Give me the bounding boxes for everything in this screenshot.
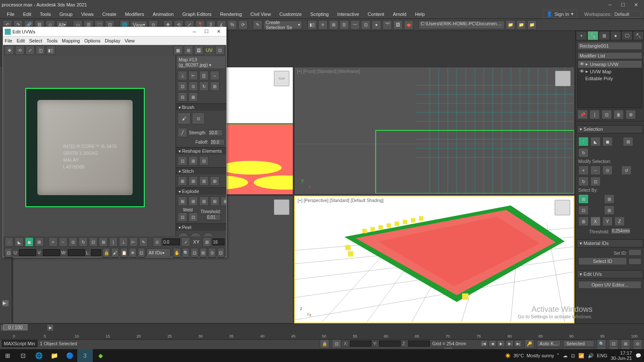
menu-rendering[interactable]: Rendering — [216, 11, 246, 18]
explode-2[interactable]: ⊞ — [188, 196, 198, 206]
select-smooth-button[interactable]: ⊞ — [604, 205, 614, 215]
reshape-2[interactable]: ⊞ — [188, 156, 198, 166]
folder-2-button[interactable]: 📁 — [516, 20, 526, 30]
quick-transform-9[interactable]: ⊟ — [178, 92, 187, 102]
select-axis-grid[interactable]: ⊞ — [578, 217, 589, 226]
utilities-tab[interactable]: 🔨 — [633, 31, 644, 40]
uvw-tiles-input[interactable] — [213, 238, 225, 245]
quick-transform-10[interactable]: ⊠ — [188, 92, 198, 102]
grow-button[interactable]: + — [578, 166, 589, 175]
uvw-sel-9[interactable]: ⊢ — [129, 237, 138, 247]
schematic-button[interactable]: ⊡ — [361, 20, 371, 30]
open-uv-editor-button[interactable]: Open UV Editor... — [578, 281, 641, 289]
coord-x-input[interactable] — [350, 341, 371, 347]
quick-transform-1[interactable]: ⊥ — [178, 71, 187, 80]
quick-transform-4[interactable]: ↔ — [210, 71, 219, 80]
render-setup-button[interactable]: 🎬 — [383, 20, 392, 30]
viewcube-left[interactable] — [274, 199, 289, 215]
uvw-minimize-button[interactable]: ─ — [188, 28, 200, 36]
uvw-sel-edge[interactable]: ◣ — [15, 237, 23, 247]
tray-clock[interactable]: 17:17 30-Jun-21 — [611, 350, 632, 361]
selectid-button[interactable]: Select ID — [578, 257, 627, 265]
sel-edge-button[interactable]: ◣ — [590, 137, 601, 146]
left-expand-button[interactable]: ▶ — [3, 300, 9, 306]
axis-z-button[interactable]: Z — [614, 217, 625, 226]
loop-button[interactable]: ↺ — [621, 166, 632, 175]
uvw-menu-select[interactable]: Select — [29, 38, 43, 43]
time-handle[interactable]: 0 / 100 — [3, 324, 27, 330]
named-selection-dropdown[interactable]: Create Selection Se ▾ — [264, 21, 302, 29]
selected-dropdown[interactable]: Selected — [563, 340, 594, 347]
uvw-sel-7[interactable]: | — [109, 237, 118, 247]
prev-frame-button[interactable]: ◀ — [489, 340, 496, 347]
edge-icon[interactable]: 🌐 — [31, 349, 46, 362]
render-button[interactable]: 🫖 — [404, 20, 413, 30]
quick-transform-6[interactable]: ⊙ — [188, 81, 198, 91]
uvw-maximize-button[interactable]: ☐ — [200, 28, 213, 36]
menu-interactive[interactable]: Interactive — [333, 11, 364, 18]
stitch-1[interactable]: ⊞ — [178, 176, 187, 186]
sel-loop-button[interactable]: ↻ — [578, 148, 589, 157]
selectid-input[interactable] — [629, 258, 641, 265]
viewcube-perspective[interactable] — [555, 200, 570, 215]
spinner-snap-button[interactable]: ⟳ — [238, 20, 248, 30]
uvw-zoomext-button[interactable]: ⊡ — [191, 248, 198, 257]
uvw-scale-button[interactable]: ⤢ — [25, 45, 35, 55]
uvw-softsel[interactable]: ⊙ — [153, 237, 161, 247]
uvw-copy-button[interactable]: 📋 — [120, 248, 128, 257]
hierarchy-tab[interactable]: ⊞ — [598, 31, 610, 40]
stack-item-unwrapuvw[interactable]: 👁 ▸ Unwrap UVW — [578, 60, 642, 68]
explorer-icon[interactable]: 📁 — [46, 349, 62, 362]
3dsmax-icon[interactable]: 3 — [77, 349, 93, 362]
brush-relax-button[interactable]: ⊙ — [192, 112, 205, 124]
time-slider[interactable]: ◀ 0 / 100 ▶ — [0, 323, 644, 331]
uvw-angle-apply[interactable]: ✓ — [181, 237, 190, 247]
next-frame-button[interactable]: ▶ — [506, 340, 513, 347]
reshape-1[interactable]: ⊡ — [178, 156, 187, 166]
menu-modifiers[interactable]: Modifiers — [121, 11, 149, 18]
menu-grapheditors[interactable]: Graph Editors — [178, 11, 216, 18]
uvw-lock-button[interactable]: 🔒 — [103, 248, 110, 257]
uvw-sel-ring[interactable]: ⊙ — [69, 237, 77, 247]
uvw-sel-loop[interactable]: ↻ — [79, 237, 87, 247]
remove-mod-button[interactable]: 🗑 — [614, 110, 624, 119]
quick-transform-2[interactable]: ⊢ — [188, 71, 198, 80]
sel-face-button[interactable]: ◼ — [602, 137, 613, 146]
uvw-move-button[interactable]: ✥ — [5, 45, 14, 55]
start-button[interactable]: ⊞ — [0, 349, 15, 362]
display-tab[interactable]: 🖵 — [621, 31, 633, 40]
modify-tab[interactable]: 🔧 — [587, 31, 599, 40]
uvw-menu-file[interactable]: File — [5, 38, 12, 43]
folder-1-button[interactable]: 📁 — [506, 20, 515, 30]
chrome-icon[interactable]: 🔵 — [62, 349, 77, 362]
uvw-pan-button[interactable]: ✋ — [173, 248, 180, 257]
isolate-button[interactable]: ⊡ — [332, 339, 341, 348]
menu-tools[interactable]: Tools — [36, 11, 55, 18]
tray-volume-icon[interactable]: 🔊 — [588, 353, 594, 359]
project-path-box[interactable]: C:\Users\ERIK-HOME-PC\Documents\3ds Max … — [419, 21, 504, 29]
quick-transform-8[interactable]: ⊞ — [210, 81, 219, 91]
uvw-menu-display[interactable]: Display — [105, 38, 120, 43]
menu-group[interactable]: Group — [55, 11, 77, 18]
explode-5[interactable]: ⊞ — [221, 196, 226, 206]
uvw-angle-input[interactable] — [163, 238, 180, 245]
window-maximize-button[interactable]: ☐ — [617, 1, 629, 9]
brush-falloff-button[interactable]: ╱ — [178, 128, 187, 137]
keymode-button[interactable]: 🔑 — [525, 339, 534, 348]
viewcube-top[interactable]: TOP — [274, 71, 289, 86]
explode-thresh-input[interactable] — [206, 214, 221, 220]
signin-button[interactable]: 👤 Sign In ▾ — [543, 10, 577, 18]
select-by-element-button[interactable]: ⊞ — [578, 194, 589, 204]
tray-lang[interactable]: ENG — [597, 353, 608, 358]
quick-transform-7[interactable]: ↻ — [199, 81, 209, 91]
loop2-button[interactable]: ↻ — [578, 177, 589, 186]
sel-vertex-button[interactable]: ⋮ — [578, 137, 589, 146]
mirror-button[interactable]: ▮▯ — [307, 20, 317, 30]
window-close-button[interactable]: ✕ — [629, 1, 642, 9]
ring-button[interactable]: ⊙ — [602, 166, 613, 175]
menu-edit[interactable]: Edit — [19, 11, 36, 18]
uvw-snow-button[interactable]: ❄ — [129, 248, 136, 257]
uvw-menu-view[interactable]: View — [125, 38, 135, 43]
layer-button[interactable]: ☰ — [340, 20, 349, 30]
uvw-map-dropdown[interactable]: Map #13 (g_80287.jpg) ▾ — [177, 56, 225, 68]
